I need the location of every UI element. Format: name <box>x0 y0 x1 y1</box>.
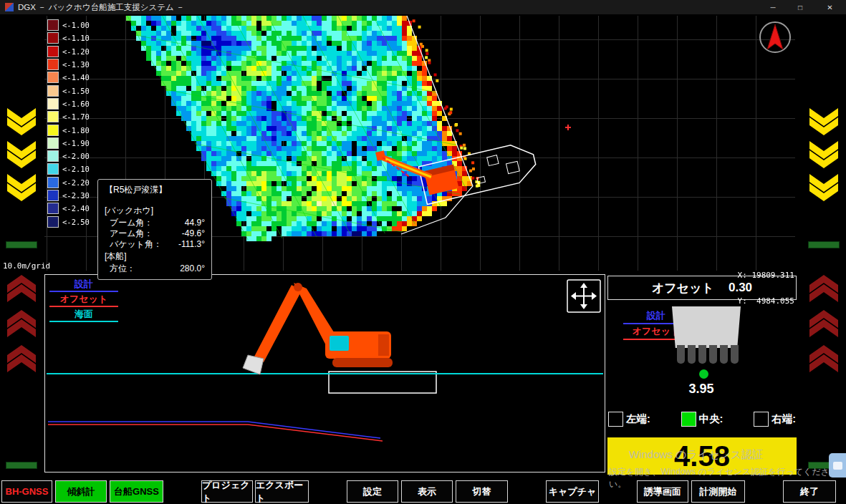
boom-angle-row: ブーム角：44.9° <box>105 218 205 228</box>
heading-label: 方位： <box>110 263 135 274</box>
legend-row: <-2.20 <box>47 176 90 189</box>
right-edge-label: 右端: <box>772 412 796 426</box>
excavator-bucket <box>243 355 264 374</box>
down-chevron-indicator <box>6 107 37 136</box>
coord-y: Y: 4984.055 <box>738 297 794 306</box>
bucket-rear-view <box>672 306 741 368</box>
bucket-tooth <box>688 345 696 364</box>
profile-legend-sea: 海面 <box>74 309 93 319</box>
legend-label: <-1.60 <box>62 100 90 108</box>
project-info-box: 【R5松戸浚渫】 [バックホウ] ブーム角：44.9° アーム角：-49.6° … <box>97 179 212 280</box>
pan-tool-button[interactable] <box>567 280 600 312</box>
capture-button[interactable]: キャプチャ <box>546 480 599 503</box>
legend-swatch <box>47 163 59 175</box>
legend-label: <-1.30 <box>62 60 90 69</box>
depth-readout: 4.58 <box>607 437 797 475</box>
bucket-tooth <box>720 345 728 364</box>
legend-row: <-1.50 <box>47 84 90 97</box>
down-chevron-indicator <box>6 173 37 202</box>
center-depth-value: 3.95 <box>658 382 745 397</box>
legend-label: <-1.70 <box>62 112 90 121</box>
legend-row: <-1.60 <box>47 97 90 110</box>
boom-angle-label: ブーム角： <box>110 218 153 228</box>
project-button[interactable]: プロジェクト <box>201 480 253 503</box>
profile-legend-design: 設計 <box>74 278 93 289</box>
cursor-coordinates: X:-19809.311 Y: 4984.055 <box>738 254 794 323</box>
down-chevron-indicator <box>6 140 37 169</box>
legend-swatch <box>47 59 59 70</box>
backhoe-section-header: [バックホウ] <box>105 205 205 217</box>
window-title: DGX － バックホウ台船施工支援システム － <box>18 2 184 13</box>
legend-label: <-2.40 <box>62 204 90 213</box>
display-button[interactable]: 表示 <box>401 480 453 503</box>
project-title: 【R5松戸浚渫】 <box>105 184 205 196</box>
legend-swatch <box>47 19 59 31</box>
up-chevron-indicator <box>6 275 37 304</box>
legend-row: <-1.70 <box>47 110 90 123</box>
start-measure-button[interactable]: 計測開始 <box>691 480 745 503</box>
legend-label: <-1.90 <box>62 139 90 147</box>
profile-panel: 設計 オフセット 海面 <box>44 274 605 472</box>
legend-label: <-1.40 <box>62 73 90 82</box>
coord-x: X:-19809.311 <box>738 271 794 280</box>
legend-row: <-1.00 <box>47 19 90 32</box>
center-indicator <box>681 412 696 427</box>
title-bar: DGX － バックホウ台船施工支援システム － ─ □ ✕ <box>0 0 846 14</box>
legend-swatch <box>47 32 59 44</box>
north-needle-icon <box>767 24 783 49</box>
bucket-angle-row: バケット角：-111.3° <box>105 239 205 250</box>
down-chevron-indicator <box>808 140 840 169</box>
boom-angle-value: 44.9° <box>185 218 205 228</box>
legend-swatch <box>47 177 59 188</box>
level-bar-indicator <box>6 241 37 248</box>
bucket-angle-value: -111.3° <box>178 239 205 250</box>
center-depth-dot <box>699 369 708 379</box>
windows-flyout-icon[interactable] <box>829 453 846 478</box>
legend-label: <-1.20 <box>62 47 90 56</box>
legend-row: <-2.10 <box>47 163 90 175</box>
guidance-screen-button[interactable]: 誘導画面 <box>637 480 688 503</box>
maximize-button[interactable]: □ <box>787 0 814 14</box>
arm-angle-row: アーム角：-49.6° <box>105 228 205 239</box>
legend-swatch <box>47 85 59 97</box>
legend-label: <-2.50 <box>62 218 90 226</box>
legend-row: <-1.80 <box>47 123 90 136</box>
excavator-elbow-joint <box>294 283 302 291</box>
depth-legend: <-1.00 <-1.10 <-1.20 <-1.30 <-1.40 <-1.5… <box>47 19 90 228</box>
exit-button[interactable]: 終了 <box>783 480 836 503</box>
legend-swatch <box>47 216 59 228</box>
bucket-body <box>672 306 741 348</box>
minimize-button[interactable]: ─ <box>759 0 787 14</box>
ship-section-header: [本船] <box>105 251 205 263</box>
legend-row: <-1.30 <box>47 58 90 71</box>
legend-swatch <box>47 125 59 136</box>
legend-label: <-2.10 <box>62 165 90 173</box>
bucket-tooth <box>709 345 717 364</box>
compass <box>759 21 792 54</box>
offset-line <box>48 425 383 441</box>
edge-depth-row: 左端: 中央: 右端: <box>607 412 797 427</box>
bucket-angle-label: バケット角： <box>110 239 162 250</box>
grid-scale-label: 10.0m/grid <box>3 261 50 271</box>
up-chevron-indicator <box>808 345 840 374</box>
barge-gnss-button[interactable]: 台船GNSS <box>110 480 163 503</box>
legend-swatch <box>47 190 59 201</box>
level-bar-indicator <box>6 462 37 469</box>
left-edge-indicator <box>608 412 623 427</box>
close-button[interactable]: ✕ <box>814 0 846 14</box>
legend-swatch <box>47 46 59 57</box>
settings-button[interactable]: 設定 <box>347 480 398 503</box>
arm-angle-label: アーム角： <box>110 228 153 239</box>
legend-label: <-1.10 <box>62 34 90 42</box>
down-chevron-indicator <box>808 107 840 136</box>
app-window: DGX － バックホウ台船施工支援システム － ─ □ ✕ <-1.00 <-1… <box>0 0 846 504</box>
switch-button[interactable]: 切替 <box>456 480 508 503</box>
up-chevron-indicator <box>808 310 840 339</box>
level-bar-indicator <box>808 241 840 248</box>
barge-hull-outline <box>329 372 436 393</box>
legend-label: <-2.30 <box>62 191 90 200</box>
bh-gnss-button[interactable]: BH-GNSS <box>1 480 52 503</box>
up-chevron-indicator <box>808 275 840 304</box>
export-button[interactable]: エクスポート <box>255 480 309 503</box>
inclinometer-button[interactable]: 傾斜計 <box>55 480 107 503</box>
